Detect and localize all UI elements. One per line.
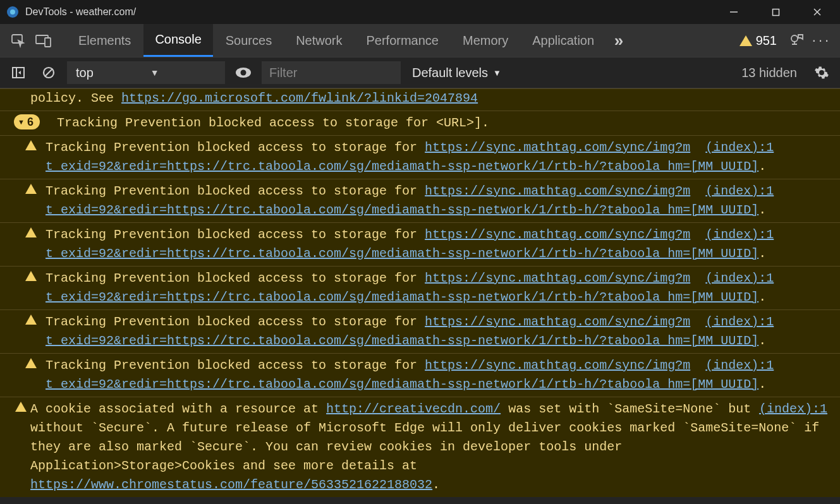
window-titlebar: DevTools - weather.com/ [0, 0, 840, 24]
message-link[interactable]: https://sync.mathtag.com/sync/img?m [425, 271, 690, 285]
warning-count-value: 951 [756, 33, 777, 48]
tab-performance[interactable]: Performance [355, 24, 451, 57]
message-link[interactable]: t_exid=92&redir=https://trc.taboola.com/… [46, 333, 758, 348]
warning-icon [25, 315, 37, 325]
tab-application[interactable]: Application [521, 24, 606, 57]
log-levels-selector[interactable]: Default levels ▼ [407, 66, 506, 80]
message-link[interactable]: https://go.microsoft.com/fwlink/?linkid=… [121, 91, 478, 105]
log-levels-label: Default levels [412, 66, 488, 80]
warning-icon [25, 271, 37, 281]
warning-icon [15, 402, 27, 412]
warnings-counter[interactable]: 951 [733, 33, 783, 48]
svg-point-14 [241, 70, 247, 76]
message-link[interactable]: t_exid=92&redir=https://trc.taboola.com/… [46, 377, 758, 392]
message-source[interactable]: (index):1 [705, 227, 774, 242]
console-output[interactable]: policy. See https://go.microsoft.com/fwl… [0, 88, 840, 504]
devtools-tabs: Elements Console Sources Network Perform… [0, 24, 840, 57]
message-link[interactable]: http://creativecdn.com/ [326, 402, 501, 416]
context-selector[interactable]: top ▼ [67, 61, 225, 84]
console-message: (index):1 A cookie associated with a res… [0, 397, 840, 497]
chevron-down-icon: ▼ [150, 68, 159, 78]
chevron-down-icon: ▼ [493, 68, 501, 78]
inspect-element-icon[interactable] [6, 28, 30, 52]
toggle-sidebar-icon[interactable] [6, 61, 30, 85]
message-source[interactable]: (index):1 [705, 358, 774, 373]
console-filterbar: top ▼ Default levels ▼ 13 hidden [0, 57, 840, 88]
group-count: 6 [27, 112, 33, 131]
svg-line-12 [45, 69, 52, 76]
settings-gear-icon[interactable] [810, 61, 834, 85]
close-button[interactable] [800, 0, 835, 24]
console-message: Tracking Prevention blocked access to st… [0, 179, 840, 222]
expand-triangle-icon: ▼ [18, 112, 25, 131]
group-count-badge[interactable]: ▼ 6 [14, 114, 40, 129]
message-source[interactable]: (index):1 [705, 271, 774, 285]
message-link[interactable]: https://sync.mathtag.com/sync/img?m [425, 227, 690, 242]
message-link[interactable]: https://sync.mathtag.com/sync/img?m [425, 184, 690, 198]
message-link[interactable]: t_exid=92&redir=https://trc.taboola.com/… [46, 246, 758, 261]
window-title: DevTools - weather.com/ [25, 6, 136, 18]
live-expression-icon[interactable] [231, 61, 255, 85]
tab-elements[interactable]: Elements [67, 24, 142, 57]
tab-network[interactable]: Network [284, 24, 353, 57]
warning-icon [25, 227, 37, 237]
message-source[interactable]: (index):1 [705, 184, 774, 198]
warning-icon [25, 358, 37, 368]
message-text: A cookie associated with a resource at [30, 402, 326, 416]
console-message: Tracking Prevention blocked access to st… [0, 135, 840, 179]
device-toolbar-icon[interactable] [32, 28, 56, 52]
warning-icon [25, 140, 37, 150]
more-tabs-icon[interactable]: » [607, 28, 631, 52]
filter-input[interactable] [262, 61, 401, 84]
svg-point-1 [10, 9, 15, 15]
tab-memory[interactable]: Memory [451, 24, 520, 57]
message-source[interactable]: (index):1 [705, 315, 774, 329]
console-message: policy. See https://go.microsoft.com/fwl… [0, 88, 840, 111]
devtools-icon [6, 6, 19, 18]
tab-sources[interactable]: Sources [214, 24, 283, 57]
message-text: Tracking Prevention blocked access to st… [46, 140, 425, 155]
message-source[interactable]: (index):1 [705, 140, 774, 155]
message-source[interactable]: (index):1 [759, 402, 827, 416]
console-group-header[interactable]: ▼ 6 Tracking Prevention blocked access t… [0, 111, 840, 135]
feedback-icon[interactable] [784, 28, 808, 52]
hidden-messages-count[interactable]: 13 hidden [741, 66, 803, 80]
minimize-button[interactable] [716, 0, 752, 24]
svg-rect-3 [772, 9, 779, 15]
clear-console-icon[interactable] [37, 61, 61, 85]
console-message: Tracking Prevention blocked access to st… [0, 353, 840, 397]
svg-point-9 [791, 35, 798, 42]
tab-console[interactable]: Console [143, 24, 212, 57]
message-text: policy. See [30, 91, 121, 105]
svg-rect-8 [45, 38, 51, 47]
message-link[interactable]: t_exid=92&redir=https://trc.taboola.com/… [46, 203, 758, 217]
message-link[interactable]: t_exid=92&redir=https://trc.taboola.com/… [46, 290, 758, 304]
message-link[interactable]: https://sync.mathtag.com/sync/img?m [425, 358, 690, 373]
more-options-icon[interactable]: ··· [810, 28, 834, 52]
warning-icon [740, 35, 752, 46]
context-value: top [76, 66, 94, 80]
message-link[interactable]: https://sync.mathtag.com/sync/img?m [425, 140, 690, 155]
console-message: Tracking Prevention blocked access to st… [0, 309, 840, 353]
message-link[interactable]: https://sync.mathtag.com/sync/img?m [425, 315, 690, 329]
console-message: Tracking Prevention blocked access to st… [0, 266, 840, 309]
message-link[interactable]: t_exid=92&redir=https://trc.taboola.com/… [46, 159, 758, 174]
warning-icon [25, 184, 37, 194]
message-link[interactable]: https://www.chromestatus.com/feature/563… [30, 477, 432, 492]
group-header-text: Tracking Prevention blocked access to st… [57, 116, 489, 130]
console-message: Tracking Prevention blocked access to st… [0, 222, 840, 266]
maximize-button[interactable] [758, 0, 793, 24]
